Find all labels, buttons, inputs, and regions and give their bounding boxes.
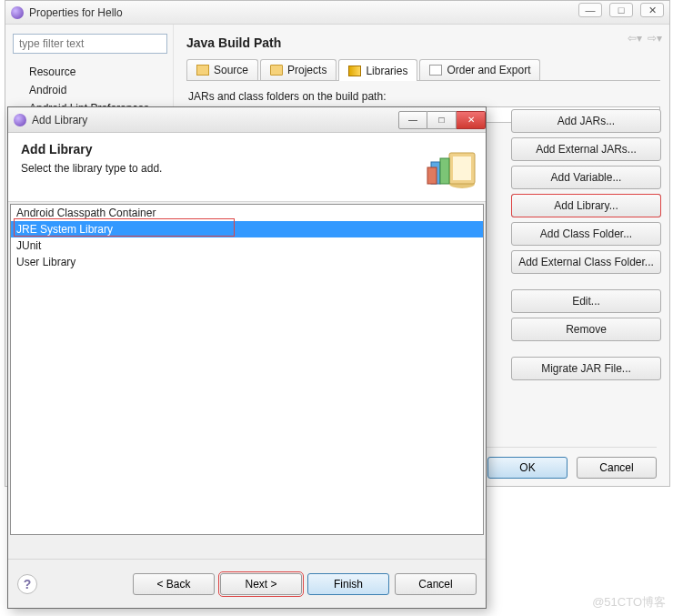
eclipse-icon	[14, 114, 26, 126]
library-buttons: Add JARs... Add External JARs... Add Var…	[511, 109, 661, 385]
add-library-titlebar: Add Library — □ ✕	[8, 107, 486, 133]
modal-window-controls: — □ ✕	[398, 111, 486, 129]
svg-rect-5	[427, 167, 437, 184]
source-icon	[196, 65, 209, 76]
tab-label: Projects	[287, 64, 326, 76]
add-variable-button[interactable]: Add Variable...	[511, 166, 661, 189]
add-library-body: Android Classpath Container JRE System L…	[8, 202, 486, 537]
add-library-dialog: Add Library — □ ✕ Add Library Select the…	[7, 106, 487, 609]
add-external-jars-button[interactable]: Add External JARs...	[511, 137, 661, 161]
list-item[interactable]: JUnit	[11, 237, 483, 254]
properties-titlebar: Properties for Hello	[5, 1, 669, 25]
svg-rect-4	[440, 158, 449, 184]
back-arrow-icon[interactable]: ⇦▾	[628, 32, 642, 45]
next-button[interactable]: Next >	[220, 573, 302, 595]
migrate-jar-button: Migrate JAR File...	[511, 357, 661, 380]
section-title: Java Build Path	[186, 35, 660, 50]
projects-icon	[270, 65, 283, 76]
list-item[interactable]: User Library	[11, 254, 483, 270]
add-library-button[interactable]: Add Library...	[511, 194, 661, 217]
remove-button: Remove	[511, 318, 661, 341]
watermark: @51CTO博客	[592, 594, 666, 611]
jars-subtext: JARs and class folders on the build path…	[188, 90, 660, 103]
add-class-folder-button[interactable]: Add Class Folder...	[511, 222, 661, 246]
modal-maximize-button[interactable]: □	[427, 111, 457, 129]
back-button[interactable]: < Back	[133, 573, 215, 595]
add-library-subheading: Select the library type to add.	[21, 162, 473, 175]
minimize-button[interactable]: —	[578, 3, 602, 17]
close-button[interactable]: ✕	[640, 3, 664, 17]
modal-minimize-button[interactable]: —	[398, 111, 427, 129]
tree-item[interactable]: Resource	[29, 63, 166, 81]
properties-title: Properties for Hello	[29, 6, 123, 19]
library-type-listbox[interactable]: Android Classpath Container JRE System L…	[10, 204, 484, 535]
tree-item[interactable]: Android	[29, 81, 166, 99]
add-library-window-title: Add Library	[32, 114, 87, 126]
modal-cancel-button[interactable]: Cancel	[395, 573, 477, 595]
cancel-button[interactable]: Cancel	[577, 457, 657, 479]
svg-rect-2	[453, 157, 471, 180]
tab-order-export[interactable]: Order and Export	[419, 59, 540, 80]
finish-button[interactable]: Finish	[307, 573, 389, 595]
library-banner-icon	[426, 140, 477, 191]
tab-strip: Source Projects Libraries Order and Expo…	[186, 59, 660, 81]
list-item[interactable]: JRE System Library	[11, 221, 483, 237]
tab-projects[interactable]: Projects	[260, 59, 336, 80]
modal-close-button[interactable]: ✕	[457, 111, 486, 129]
nav-arrows: ⇦▾ ⇨▾	[628, 32, 662, 45]
add-library-heading: Add Library	[21, 142, 473, 157]
help-icon[interactable]: ?	[17, 574, 37, 594]
libraries-icon	[348, 66, 361, 76]
forward-arrow-icon[interactable]: ⇨▾	[648, 32, 662, 45]
list-item[interactable]: Android Classpath Container	[11, 205, 483, 221]
add-external-class-folder-button[interactable]: Add External Class Folder...	[511, 250, 661, 274]
add-jars-button[interactable]: Add JARs...	[511, 109, 661, 133]
window-controls: — □ ✕	[578, 3, 664, 17]
tab-label: Order and Export	[447, 64, 530, 76]
tab-source[interactable]: Source	[186, 59, 258, 80]
add-library-footer: ? < Back Next > Finish Cancel	[8, 559, 486, 608]
order-icon	[429, 65, 442, 76]
tab-label: Source	[214, 64, 248, 76]
filter-input[interactable]	[13, 34, 167, 54]
ok-button[interactable]: OK	[487, 457, 568, 479]
add-library-header: Add Library Select the library type to a…	[8, 133, 486, 202]
edit-button: Edit...	[511, 289, 661, 313]
tab-label: Libraries	[366, 65, 407, 77]
tab-libraries[interactable]: Libraries	[338, 59, 417, 81]
maximize-button[interactable]: □	[609, 3, 633, 17]
eclipse-icon	[11, 6, 24, 19]
